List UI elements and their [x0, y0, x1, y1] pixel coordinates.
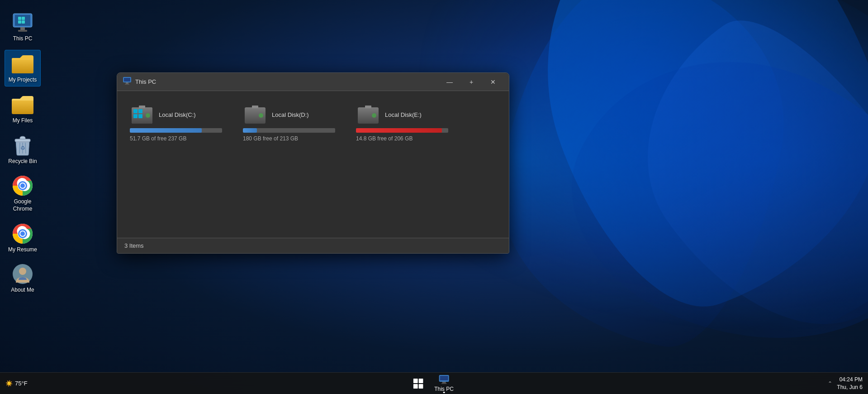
taskbar-indicator — [443, 392, 445, 393]
svg-rect-49 — [440, 376, 448, 380]
disk-d-progress-fill — [243, 128, 257, 133]
svg-point-42 — [372, 113, 376, 118]
svg-rect-43 — [365, 106, 371, 108]
svg-point-19 — [20, 183, 25, 188]
weather-temp: 75°F — [15, 380, 28, 387]
disk-d-header: Local Disk(D:) — [243, 104, 335, 125]
svg-rect-4 — [18, 20, 21, 24]
svg-rect-11 — [15, 139, 30, 142]
disk-c-header: Local Disk(C:) — [130, 104, 222, 125]
desktop-icons: This PC My Projects — [0, 0, 45, 306]
window-title: This PC — [135, 78, 156, 85]
recycle-bin-icon: ♻ — [12, 135, 33, 156]
clock: 04:24 PM Thu, Jun 6 — [837, 376, 863, 391]
minimize-button[interactable]: — — [439, 75, 460, 89]
clock-date: Thu, Jun 6 — [837, 384, 863, 391]
disk-d-progress-bar — [243, 128, 335, 133]
desktop-icon-about-me[interactable]: About Me — [5, 260, 41, 297]
disk-e-header: Local Disk(E:) — [356, 104, 448, 125]
svg-rect-3 — [22, 17, 25, 20]
disk-e-progress-fill — [356, 128, 442, 133]
svg-rect-51 — [441, 383, 447, 384]
weather-icon: ☀️ — [5, 380, 13, 387]
disk-d-icon — [243, 104, 267, 125]
titlebar-controls: — + ✕ — [439, 75, 503, 89]
my-projects-icon — [12, 53, 33, 75]
this-pc-label: This PC — [13, 35, 33, 43]
titlebar-left: This PC — [123, 77, 156, 87]
disk-c-item[interactable]: Local Disk(C:) 51.7 GB of free 237 GB — [126, 100, 226, 229]
svg-rect-28 — [126, 82, 128, 84]
desktop-icon-my-resume[interactable]: My Resume — [5, 220, 41, 256]
my-files-label: My Files — [13, 117, 33, 125]
taskbar-center: This PC — [410, 373, 458, 394]
maximize-button[interactable]: + — [461, 75, 482, 89]
svg-point-32 — [146, 113, 150, 118]
taskbar: ☀️ 75°F This PC ⌃ — [0, 372, 868, 394]
disk-d-info: 180 GB free of 213 GB — [243, 135, 335, 142]
svg-rect-27 — [124, 78, 130, 82]
svg-rect-47 — [418, 384, 423, 389]
svg-rect-46 — [413, 384, 417, 389]
desktop-icon-recycle-bin[interactable]: ♻ Recycle Bin — [5, 132, 41, 168]
svg-rect-10 — [12, 99, 33, 114]
disk-e-progress-bar — [356, 128, 448, 133]
disk-c-icon — [130, 104, 154, 125]
disk-e-label: Local Disk(E:) — [385, 111, 422, 118]
desktop-icon-my-projects[interactable]: My Projects — [5, 50, 41, 87]
svg-rect-5 — [22, 20, 25, 24]
window-statusbar: 3 Items — [117, 238, 509, 253]
google-chrome-label: Google Chrome — [7, 198, 38, 212]
svg-rect-35 — [133, 114, 138, 118]
svg-point-25 — [19, 268, 26, 275]
svg-rect-40 — [252, 106, 258, 108]
my-resume-icon — [12, 223, 33, 245]
disk-d-item[interactable]: Local Disk(D:) 180 GB free of 213 GB — [239, 100, 339, 229]
system-tray[interactable]: ⌃ — [828, 380, 832, 387]
status-text: 3 Items — [124, 242, 144, 249]
svg-rect-9 — [12, 58, 33, 73]
desktop-icon-my-files[interactable]: My Files — [5, 91, 41, 127]
disk-c-progress-bar — [130, 128, 222, 133]
close-button[interactable]: ✕ — [483, 75, 503, 89]
window-titlebar: This PC — + ✕ — [117, 73, 509, 91]
about-me-icon — [12, 263, 33, 285]
svg-rect-37 — [139, 106, 145, 108]
disk-c-label: Local Disk(C:) — [159, 111, 196, 118]
desktop-icon-this-pc[interactable]: This PC — [5, 9, 41, 45]
taskbar-this-pc[interactable]: This PC — [430, 373, 458, 394]
disk-c-info: 51.7 GB of free 237 GB — [130, 135, 222, 142]
svg-text:♻: ♻ — [20, 145, 25, 151]
google-chrome-icon — [12, 175, 33, 197]
window-app-icon — [123, 77, 132, 87]
svg-rect-2 — [18, 17, 21, 20]
svg-rect-7 — [18, 30, 27, 32]
start-button[interactable] — [410, 375, 426, 392]
disk-c-progress-fill — [130, 128, 202, 133]
svg-rect-44 — [413, 379, 417, 383]
svg-point-39 — [259, 113, 263, 118]
svg-point-23 — [20, 231, 25, 236]
my-resume-label: My Resume — [8, 246, 37, 254]
svg-rect-29 — [125, 84, 129, 85]
disk-e-info: 14.8 GB free of 206 GB — [356, 135, 448, 142]
svg-rect-34 — [138, 109, 142, 113]
my-files-icon — [12, 94, 33, 115]
this-pc-window: This PC — + ✕ — [117, 72, 509, 254]
clock-time: 04:24 PM — [837, 376, 863, 384]
taskbar-left: ☀️ 75°F — [5, 380, 28, 387]
svg-line-14 — [25, 143, 26, 154]
window-content: Local Disk(C:) 51.7 GB of free 237 GB — [117, 91, 509, 238]
disk-d-label: Local Disk(D:) — [272, 111, 309, 118]
about-me-label: About Me — [11, 287, 34, 294]
svg-rect-45 — [418, 379, 423, 383]
recycle-bin-label: Recycle Bin — [8, 158, 37, 165]
weather-widget: ☀️ 75°F — [5, 380, 28, 387]
disk-e-icon — [356, 104, 380, 125]
desktop-icon-google-chrome[interactable]: Google Chrome — [5, 172, 41, 215]
disk-e-item[interactable]: Local Disk(E:) 14.8 GB free of 206 GB — [352, 100, 452, 229]
taskbar-right: ⌃ 04:24 PM Thu, Jun 6 — [828, 376, 863, 391]
svg-rect-36 — [138, 114, 142, 118]
taskbar-this-pc-label: This PC — [434, 386, 454, 392]
svg-rect-6 — [20, 27, 25, 30]
